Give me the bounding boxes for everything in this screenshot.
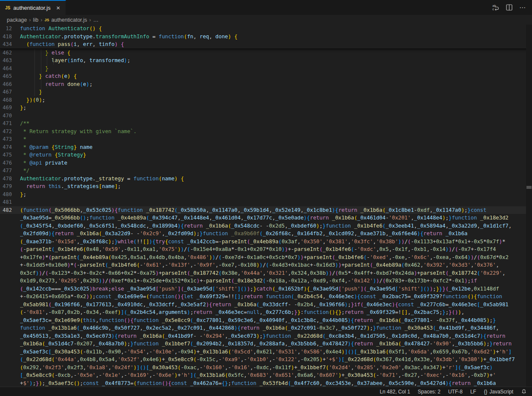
scrollbar-thumb[interactable] [526,186,532,189]
code-line[interactable]: 478Authenticator.prototype._strategy = f… [0,175,532,183]
code-line[interactable]: (-parseInt(_0x1b4fe6(0x48,'0x59',-0x11,0… [0,245,532,254]
breadcrumb-symbol[interactable]: … [93,17,99,23]
code-line[interactable]: 473 * [0,135,532,143]
status-indentation[interactable]: Spaces: 2 [418,389,440,395]
line-number [0,308,20,316]
split-editor-icon[interactable] [506,4,512,11]
line-number: 462 [0,49,20,57]
code-line[interactable]: 472 * Return strategy with given `name`. [0,128,532,136]
breadcrumb-lib[interactable]: lib [33,17,39,23]
code-line[interactable]: (_0x22d68d('0x44a',0x4b8,0x5a4,'0x52f',0… [0,356,532,364]
code-line[interactable]: +-0x26415+0x605a*-0x2));const _0x1e69e9=… [0,293,532,301]
breadcrumb-file[interactable]: authenticator.js [51,17,87,23]
line-number [0,214,20,222]
line-number: 480 [0,191,20,199]
code-line[interactable]: 477 */ [0,167,532,175]
code-line[interactable]: (_0x345f54,_0xbdef60,_0x5c6f51,_0x548cdc… [0,222,532,230]
code-line[interactable]: [_0x5e8cc9(-0xcb,-'0x5e',-'0x1e',-'0x169… [0,371,532,379]
line-number: 434 [0,40,20,48]
line-number: 476 [0,159,20,167]
line-number [0,356,20,364]
line-number [0,269,20,277]
line-number: 467 [0,88,20,96]
code-line[interactable]: +$');});_0x5aef3c();const _0x4f8773=(fun… [0,379,532,387]
line-number: 463 [0,57,20,65]
tab-authenticator-js[interactable]: JS authenticator.js ✕ [0,0,66,15]
code-line[interactable]: (-'0x81',-0x87,0x2b,-0x34,-0xef)](_0x2b4… [0,308,532,316]
line-number [0,316,20,325]
code-line[interactable]: _0x5aef3c=_0x1e69e9(this,function(){func… [0,316,532,325]
code-area[interactable]: 462 } else {463 layer(info, transformed)… [0,49,532,387]
code-line[interactable]: 467 } [0,88,532,96]
code-line[interactable]: 466 return done(e); [0,80,532,88]
svg-text:c: c [492,7,494,11]
code-line[interactable]: 480}; [0,191,532,199]
code-line[interactable]: function _0x13b1a6(_0x466c9b,_0x50f727,_… [0,324,532,332]
close-tab-icon[interactable]: ✕ [56,5,60,11]
code-line[interactable]: 474 * @param {String} name [0,143,532,151]
sticky-scroll[interactable]: 12function Authenticator() {418Authentic… [0,25,532,49]
code-line[interactable]: 465 } catch(e) { [0,72,532,80]
code-line[interactable]: (0x292,'0x2f3',0x2f3,'0x1a8','0x24f')]()… [0,364,532,372]
code-line[interactable]: 481 [0,198,532,206]
code-line[interactable]: 475 * @return {Strategy} [0,151,532,159]
line-number: 466 [0,80,20,88]
javascript-file-icon: JS [5,6,10,10]
code-line[interactable]: +0x17fe)*(parseInt(_0x4eb89a(0x425,0x5a1… [0,254,532,262]
code-line[interactable]: 434 (function pass(i, err, tinfo) { [0,40,532,48]
code-line[interactable]: 463 layer(info, transformed); [0,57,532,65]
more-actions-icon[interactable]: ⋯ [519,4,526,11]
code-line[interactable]: 0x3cf))/(-0x123*-0x3+-0x2c*-0x66+0x2*-0x… [0,269,532,277]
code-line[interactable]: 462 } else { [0,49,532,57]
code-line[interactable]: _0x5aef3c[_0x30a453(-0x11b,-0x90,-'0x54'… [0,348,532,356]
line-number: 478 [0,175,20,183]
line-number: 479 [0,182,20,191]
line-number [0,254,20,262]
code-line[interactable]: (_0x142ccb===_0x53c025)break;else _0x3ae… [0,285,532,293]
code-line[interactable]: 468 })(0); [0,96,532,104]
line-number [0,301,20,309]
vscode-window: JS authenticator.js ✕ ab c ⋯ [0,0,532,396]
code-line[interactable]: _0x3ae95d=_0x5066bb();function _0x4eb89a… [0,214,532,222]
line-number: 471 [0,120,20,128]
code-line[interactable]: 469}; [0,104,532,112]
code-line[interactable]: 0x1d9,0x273,'0x295',0x293))/(0xef*0x1+-0… [0,277,532,285]
word-wrap-icon[interactable]: ab c [492,4,499,11]
line-number [0,371,20,379]
tab-title: authenticator.js [13,5,50,11]
code-line[interactable]: 464 } [0,65,532,73]
javascript-file-icon: JS [44,18,49,22]
status-language[interactable]: {} JavaScript [484,389,513,395]
editor-actions: ab c ⋯ [492,0,532,15]
line-number [0,238,20,246]
line-number: 472 [0,128,20,136]
code-line[interactable]: _0x1b6a(_0x51d4c7-0x207,_0x48a7b0);}func… [0,340,532,348]
code-line[interactable]: (_0xae371b-'0x15d',_0x26f68c);}while(!![… [0,238,532,246]
line-number [0,285,20,293]
status-encoding[interactable]: UTF-8 [448,389,463,395]
line-number: 465 [0,72,20,80]
code-line[interactable]: 479 return this._strategies[name]; [0,182,532,191]
line-number [0,364,20,372]
status-cursor-position[interactable]: Ln 482, Col 1 [380,389,410,395]
code-line[interactable]: +-0x1dd5+0x10e0)*(-parseInt(_0x1b4fe6(-'… [0,261,532,269]
breadcrumb-package[interactable]: package [7,17,27,23]
code-line[interactable]: 476 * @api private [0,159,532,167]
tab-bar: JS authenticator.js ✕ ab c ⋯ [0,0,532,15]
code-line[interactable]: _0x450513,_0x35a1e3,_0x5ec073){return _0… [0,332,532,340]
braces-icon: {} [484,389,487,395]
notifications-bell-icon[interactable] [521,389,527,395]
code-line[interactable]: 470 [0,112,532,120]
line-number [0,261,20,269]
code-line[interactable]: 471/** [0,120,532,128]
code-line[interactable]: 418Authenticator.prototype.transformAuth… [0,33,532,41]
code-line[interactable]: _0x5ab981(_0x196f66,_0x177613,_0x4910dc,… [0,301,532,309]
code-line[interactable]: 12function Authenticator() { [0,25,532,33]
editor-pane[interactable]: 12function Authenticator() {418Authentic… [0,25,532,387]
code-line[interactable]: 482(function(_0x5066bb,_0x53c025){functi… [0,206,532,214]
editor-scrollbar[interactable] [526,25,532,387]
code-line[interactable]: _0x2fd09d){return _0x1b6a(_0x3a22d9- -'0… [0,230,532,238]
status-eol[interactable]: LF [470,389,476,395]
chevron-right-icon: › [89,17,91,23]
chevron-right-icon: › [40,17,42,23]
